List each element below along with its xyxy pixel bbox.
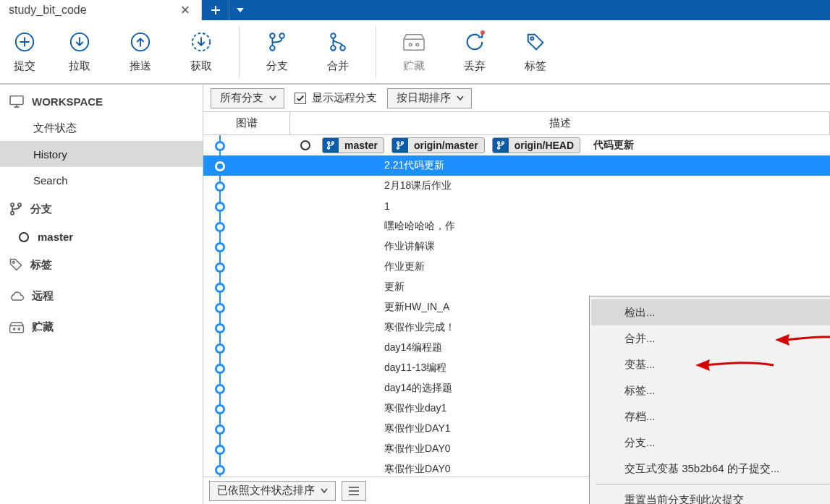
push-label: 推送 [130,59,151,73]
commit-row[interactable]: 作业更新 [203,257,830,277]
git-branch-icon [493,138,509,153]
push-icon [129,30,152,54]
svg-rect-11 [404,39,424,50]
svg-point-25 [331,142,334,144]
sidebar-stash-header[interactable]: 贮藏 [0,312,203,343]
chevron-down-icon [321,488,328,494]
svg-rect-15 [10,96,23,105]
branch-badge-text: origin/master [408,140,484,151]
commit-description: 寒假作业完成！ [384,321,455,334]
toolbar-separator [376,26,376,78]
file-sort-select[interactable]: 已依照文件状态排序 [209,481,336,501]
commit-description: 寒假作业DAY0 [384,443,451,456]
svg-point-9 [331,46,336,51]
branch-badge[interactable]: origin/master [391,137,485,153]
discard-label: 丢弃 [464,59,486,73]
sidebar-tags-title: 标签 [30,258,52,272]
sidebar-item-history[interactable]: History [0,141,203,167]
content-pane: 所有分支 显示远程分支 按日期排序 图谱 描述 masterorigin/mas… [203,85,830,504]
view-mode-button[interactable] [342,481,366,501]
tag-label: 标签 [525,59,546,73]
svg-point-16 [11,203,14,206]
commit-description: 寒假作业DAY0 [384,463,451,476]
sidebar-item-search[interactable]: Search [0,167,203,193]
svg-point-31 [501,142,504,144]
commit-row[interactable]: 1 [203,196,830,216]
stash-label: 贮藏 [403,59,425,73]
context-menu-item[interactable]: 重置当前分支到此次提交 [591,487,830,504]
svg-point-27 [397,147,399,149]
sidebar-tags-header[interactable]: 标签 [0,249,203,281]
commit-row-head[interactable]: masterorigin/masterorigin/HEAD代码更新 [203,135,830,155]
svg-point-24 [328,147,330,149]
sidebar-item-file-status[interactable]: 文件状态 [0,115,203,141]
sidebar-branch-master[interactable]: master [0,225,203,249]
branch-label: 分支 [266,59,288,73]
show-remote-checkbox[interactable]: 显示远程分支 [295,91,377,105]
svg-point-29 [497,142,499,144]
context-menu-item[interactable]: 交互式变基 35b2b64 的子提交... [591,456,830,482]
commit-description: 1 [384,200,390,212]
branch-badge[interactable]: master [322,137,384,153]
commit-row[interactable]: 嘿哈哈哈哈，作 [203,216,830,236]
branch-button[interactable]: 分支 [247,20,308,84]
pull-button[interactable]: 拉取 [49,20,110,84]
commit-description: 寒假作业day1 [384,402,446,415]
close-icon[interactable]: × [178,3,192,17]
repo-tab[interactable]: study_bit_code × [0,0,202,20]
branch-badge[interactable]: origin/HEAD [492,137,580,153]
push-button[interactable]: 推送 [110,20,171,84]
discard-button[interactable]: 丢弃 [444,20,505,84]
plus-icon [209,4,222,17]
commit-description: 更新HW_IN_A [384,301,449,314]
merge-button[interactable]: 合并 [308,20,368,84]
stash-button[interactable]: 贮藏 [384,20,444,84]
sort-select[interactable]: 按日期排序 [387,88,472,108]
col-graph[interactable]: 图谱 [203,112,290,134]
context-menu-item[interactable]: 存档... [591,403,830,430]
context-menu-item[interactable]: 标签... [591,377,830,403]
main-area: WORKSPACE 文件状态 History Search 分支 master … [0,84,830,504]
commit-button[interactable]: 提交 [0,20,49,84]
tab-menu-button[interactable] [229,0,251,20]
col-desc[interactable]: 描述 [290,112,830,134]
fetch-label: 获取 [190,59,212,73]
branch-icon [266,30,289,54]
pull-icon [68,30,91,54]
commit-row[interactable]: 作业讲解课 [203,236,830,257]
commit-row[interactable]: 2月18课后作业 [203,176,830,196]
sidebar-branch-header[interactable]: 分支 [0,193,203,225]
branch-filter-select[interactable]: 所有分支 [211,88,284,108]
commit-list: masterorigin/masterorigin/HEAD代码更新2.21代码… [203,135,830,504]
chevron-down-icon [269,95,276,101]
sidebar-remote-header[interactable]: 远程 [0,281,203,312]
commit-description: 作业更新 [384,260,425,273]
workspace-header[interactable]: WORKSPACE [0,85,203,115]
current-branch-bullet-icon [19,232,29,242]
git-branch-icon [9,202,23,216]
context-menu-item[interactable]: 分支... [591,430,830,456]
context-menu-item[interactable]: 合并... [591,325,830,351]
commit-row[interactable]: 2.21代码更新 [203,155,830,176]
svg-point-8 [331,33,336,38]
add-tab-button[interactable] [202,0,229,20]
merge-icon [326,30,350,54]
pull-label: 拉取 [69,59,90,73]
discard-icon [463,30,486,54]
commit-description: day14编程题 [384,341,442,354]
svg-point-17 [11,212,14,215]
svg-point-30 [497,147,499,149]
tab-strip: study_bit_code × [0,0,830,20]
fetch-button[interactable]: 获取 [171,20,232,84]
context-menu-separator [596,484,830,484]
list-icon [348,486,360,496]
commit-description: 更新 [384,281,405,294]
commit-row[interactable]: 更新 [203,277,830,297]
commit-headers: 图谱 描述 [203,112,830,135]
repo-tab-title: study_bit_code [9,4,178,17]
context-menu-item[interactable]: 检出... [591,299,830,325]
tag-button[interactable]: 标签 [505,20,566,84]
svg-point-5 [270,33,275,38]
context-menu-item[interactable]: 变基... [591,351,830,377]
stash-icon [9,321,25,334]
